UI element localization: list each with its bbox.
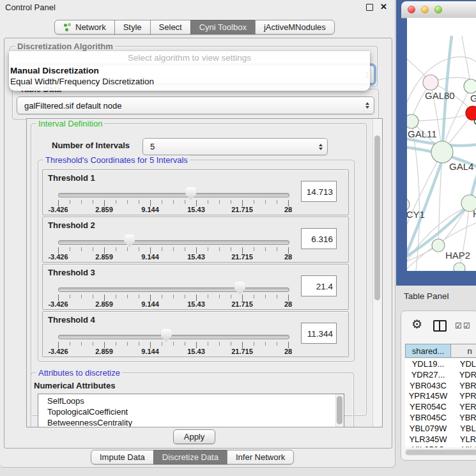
- table-row[interactable]: YER054CYER0: [405, 402, 476, 413]
- cyni-toolbox-panel: Discretization Algorithm Select algorith…: [4, 38, 392, 449]
- algorithm-dropdown-popup: Select algorithm to view settings Manual…: [9, 51, 370, 91]
- minimize-traffic-light-icon[interactable]: [421, 6, 429, 13]
- combo-arrows-icon: [365, 100, 369, 111]
- apply-button[interactable]: Apply: [173, 429, 215, 444]
- threshold-slider-thumb[interactable]: [161, 329, 172, 342]
- node-label-ga: GA: [470, 93, 476, 104]
- slider-tick-labels: -3.4262.8599.14415.4321.71528: [43, 253, 348, 261]
- node-label-h: H: [473, 208, 476, 219]
- tab-select[interactable]: Select: [150, 20, 191, 35]
- network-graph: GAL80 GA C GAL11 GAL4 GCY1 H HAP2: [407, 18, 476, 271]
- thresholds-group: Threshold's Coordinates for 5 Intervals …: [38, 160, 355, 362]
- split-columns-icon[interactable]: [433, 320, 447, 332]
- zoom-traffic-light-icon[interactable]: [434, 6, 442, 13]
- node-top-right[interactable]: [464, 79, 476, 93]
- table-row[interactable]: YBR043CYBR0: [405, 381, 476, 392]
- float-window-icon[interactable]: [366, 4, 373, 11]
- node-hap2[interactable]: [432, 239, 445, 252]
- node-bottom[interactable]: [454, 263, 465, 271]
- tab-jactivemnodules[interactable]: jActiveMNodules: [255, 20, 335, 35]
- group-label: Discretization Algorithm: [15, 42, 115, 51]
- table-horizontal-scrollbar[interactable]: [405, 449, 476, 456]
- dropdown-option-manual-discretization[interactable]: Manual Discretization: [10, 65, 369, 76]
- table-row[interactable]: YDL19...YDL1: [405, 359, 476, 370]
- tab-style[interactable]: Style: [114, 20, 151, 35]
- column-header-name[interactable]: n: [450, 344, 476, 358]
- threshold-value-field[interactable]: 11.344: [301, 323, 337, 344]
- tab-infer-network[interactable]: Infer Network: [227, 450, 294, 464]
- tick-label: 9.144: [141, 300, 159, 308]
- table-data-group: Table Data galFiltered.sif default node: [12, 89, 379, 119]
- table-row[interactable]: YBL079WYBL0: [405, 424, 476, 434]
- slider-tick-labels: -3.4262.8599.14415.4321.71528: [43, 348, 348, 356]
- table-row[interactable]: YPR145WYPR1: [405, 391, 476, 402]
- network-canvas[interactable]: GAL80 GA C GAL11 GAL4 GCY1 H HAP2: [407, 18, 476, 271]
- threshold-value-field[interactable]: 6.316: [301, 228, 337, 249]
- node-label-c: C: [473, 116, 476, 127]
- tab-label: Impute Data: [100, 452, 145, 462]
- tick-label: 21.715: [231, 300, 253, 308]
- list-scrollbar[interactable]: [335, 394, 344, 427]
- column-header-shared[interactable]: shared...: [405, 344, 451, 358]
- tab-cyni-toolbox[interactable]: Cyni Toolbox: [190, 20, 256, 35]
- num-intervals-combo[interactable]: 5: [142, 138, 328, 155]
- tab-label: Select: [159, 22, 182, 32]
- threshold-value-field[interactable]: 14.713: [301, 181, 337, 202]
- node-label-gal4: GAL4: [449, 161, 473, 172]
- checkbox-icon[interactable]: ☑: [463, 321, 470, 330]
- threshold-slider-thumb[interactable]: [185, 187, 196, 200]
- table-row[interactable]: YLR345WYLR3: [405, 434, 476, 445]
- node-gal80[interactable]: [423, 75, 438, 90]
- threshold-slider-track[interactable]: [58, 288, 289, 292]
- tick-label: 21.715: [231, 348, 253, 355]
- table-row[interactable]: YIL052CYIL0: [405, 445, 476, 447]
- combo-value: galFiltered.sif default node: [24, 97, 121, 114]
- attributes-group: Attributes to discretize Numerical Attri…: [31, 372, 354, 427]
- network-window: GAL80 GA C GAL11 GAL4 GCY1 H HAP2: [396, 0, 476, 286]
- tab-label: jActiveMNodules: [264, 22, 326, 32]
- node-label-hap2: HAP2: [445, 250, 470, 261]
- checkbox-icon[interactable]: ☑: [455, 321, 462, 330]
- attribute-item-topologicalcoefficient[interactable]: TopologicalCoefficient: [47, 406, 344, 417]
- node-gal11[interactable]: [407, 114, 418, 128]
- threshold-label: Threshold 2: [48, 220, 95, 230]
- table-row[interactable]: YDR27...YDR2: [405, 370, 476, 381]
- tick-label: 15.43: [187, 253, 205, 261]
- tick-label: 2.859: [95, 206, 113, 213]
- tab-label: Discretize Data: [162, 452, 219, 462]
- dropdown-option-equal-width-frequency-discretization[interactable]: Equal Width/Frequency Discretization: [10, 76, 369, 87]
- threshold-panel: Threshold 1 -3.4262.8599.14415.4321.7152…: [42, 169, 349, 215]
- close-icon[interactable]: ✕: [380, 2, 387, 12]
- table-data-combo[interactable]: galFiltered.sif default node: [17, 96, 374, 114]
- table-cell: YBL0: [451, 424, 476, 434]
- threshold-slider-track[interactable]: [58, 335, 289, 339]
- threshold-slider-track[interactable]: [58, 193, 289, 197]
- table-row[interactable]: YBR045CYBR0: [405, 413, 476, 424]
- tick-label: 28: [284, 348, 292, 355]
- slider-tick-labels: -3.4262.8599.14415.4321.71528: [43, 206, 348, 214]
- tab-network[interactable]: Network: [54, 20, 115, 35]
- node-label-gcy1: GCY1: [407, 209, 425, 220]
- tab-discretize-data[interactable]: Discretize Data: [153, 450, 227, 464]
- node-gal4[interactable]: [431, 141, 453, 163]
- numerical-attributes-list[interactable]: SelfLoopsTopologicalCoefficientBetweenne…: [38, 394, 344, 427]
- close-traffic-light-icon[interactable]: [408, 6, 415, 13]
- threshold-slider-thumb[interactable]: [234, 282, 245, 295]
- num-intervals-label: Number of Intervals: [52, 141, 130, 150]
- settings-scrollbar[interactable]: [372, 119, 382, 427]
- tick-label: 28: [284, 206, 292, 213]
- cyni-bottom-tabs: Impute DataDiscretize DataInfer Network: [91, 450, 294, 464]
- tick-label: -3.426: [48, 206, 68, 213]
- threshold-value-field[interactable]: 21.4: [301, 275, 337, 296]
- tick-label: -3.426: [48, 300, 68, 308]
- attribute-item-selfloops[interactable]: SelfLoops: [47, 395, 344, 406]
- table-cell: YBR043C: [405, 381, 451, 392]
- tab-impute-data[interactable]: Impute Data: [91, 450, 154, 464]
- attribute-item-betweennesscentrality[interactable]: BetweennessCentrality: [47, 417, 344, 427]
- gear-icon[interactable]: ⚙: [411, 317, 422, 332]
- threshold-slider-track[interactable]: [58, 240, 289, 245]
- table-rows: YDL19...YDL1YDR27...YDR2YBR043CYBR0YPR14…: [405, 359, 476, 447]
- table-cell: YPR145W: [405, 391, 451, 402]
- threshold-slider-thumb[interactable]: [124, 234, 135, 247]
- table-cell: YBR0: [451, 413, 476, 424]
